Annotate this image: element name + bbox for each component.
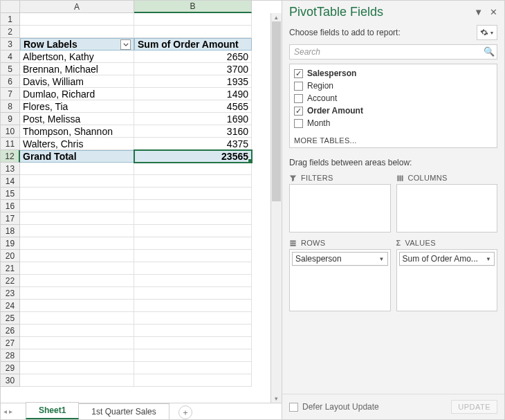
field-checkbox[interactable]	[294, 82, 303, 91]
row-header-21[interactable]: 21	[1, 262, 20, 275]
row-header-6[interactable]: 6	[1, 75, 20, 88]
cell-empty[interactable]	[134, 13, 252, 26]
grand-total-value[interactable]: 23565	[134, 150, 252, 163]
cell-empty[interactable]	[20, 250, 134, 262]
cell-empty[interactable]	[134, 325, 252, 337]
cell-empty[interactable]	[134, 250, 252, 262]
row-header-1[interactable]: 1	[1, 13, 20, 26]
row-header-18[interactable]: 18	[1, 225, 20, 237]
cell-empty[interactable]	[20, 349, 134, 362]
pivot-row-value[interactable]: 2650	[134, 51, 252, 63]
row-header-20[interactable]: 20	[1, 250, 20, 262]
row-header-30[interactable]: 30	[1, 374, 20, 387]
row-header-13[interactable]: 13	[1, 163, 20, 175]
cell-empty[interactable]	[134, 374, 252, 387]
cell-empty[interactable]	[20, 275, 134, 287]
cell-empty[interactable]	[20, 175, 134, 188]
row-header-10[interactable]: 10	[1, 125, 20, 138]
cell-empty[interactable]	[20, 13, 134, 26]
cell-empty[interactable]	[20, 225, 134, 237]
cell-empty[interactable]	[134, 225, 252, 237]
field-checkbox[interactable]	[294, 107, 303, 116]
cell-empty[interactable]	[20, 212, 134, 225]
pivot-row-labels-header[interactable]: Row Labels	[20, 38, 134, 51]
row-header-25[interactable]: 25	[1, 312, 20, 325]
cell-empty[interactable]	[20, 374, 134, 387]
cell-empty[interactable]	[20, 312, 134, 325]
cell-empty[interactable]	[20, 325, 134, 337]
pivot-row-label[interactable]: Dumlao, Richard	[20, 88, 134, 100]
row-header-12[interactable]: 12	[1, 150, 20, 163]
cell-empty[interactable]	[134, 26, 252, 38]
col-header-A[interactable]: A	[20, 1, 134, 13]
cell-empty[interactable]	[134, 175, 252, 188]
cell-empty[interactable]	[134, 287, 252, 300]
values-drop-area[interactable]: Sum of Order Amo...▼	[396, 249, 498, 311]
cell-empty[interactable]	[134, 188, 252, 200]
search-icon[interactable]: 🔍	[484, 46, 495, 57]
cell-empty[interactable]	[134, 312, 252, 325]
cell-empty[interactable]	[134, 337, 252, 349]
row-header-27[interactable]: 27	[1, 337, 20, 349]
row-header-3[interactable]: 3	[1, 38, 20, 51]
pivot-row-label[interactable]: Post, Melissa	[20, 113, 134, 125]
pane-tools-button[interactable]: ▼	[477, 25, 497, 40]
sheet-tab-q1[interactable]: 1st Quarter Sales	[78, 403, 169, 419]
cell-empty[interactable]	[134, 200, 252, 212]
cell-empty[interactable]	[20, 300, 134, 312]
value-field-pill[interactable]: Sum of Order Amo...▼	[399, 252, 495, 266]
cell-empty[interactable]	[20, 362, 134, 374]
row-field-pill[interactable]: Salesperson▼	[292, 252, 388, 266]
row-header-22[interactable]: 22	[1, 275, 20, 287]
pivot-row-value[interactable]: 4375	[134, 138, 252, 150]
pivot-row-label[interactable]: Albertson, Kathy	[20, 51, 134, 63]
row-header-8[interactable]: 8	[1, 100, 20, 113]
update-button[interactable]: UPDATE	[451, 400, 497, 414]
scroll-up-arrow[interactable]: ▴	[271, 13, 282, 21]
filters-drop-area[interactable]	[289, 184, 391, 232]
row-header-19[interactable]: 19	[1, 237, 20, 250]
field-item[interactable]: Order Amount	[294, 104, 493, 117]
row-header-5[interactable]: 5	[1, 63, 20, 75]
field-checkbox[interactable]	[294, 119, 303, 128]
defer-update-checkbox[interactable]	[289, 403, 298, 412]
row-header-24[interactable]: 24	[1, 300, 20, 312]
row-header-7[interactable]: 7	[1, 88, 20, 100]
cell-empty[interactable]	[20, 188, 134, 200]
pivot-row-value[interactable]: 3160	[134, 125, 252, 138]
pane-dropdown-icon[interactable]: ▼	[474, 7, 483, 17]
cell-empty[interactable]	[134, 163, 252, 175]
rows-drop-area[interactable]: Salesperson▼	[289, 249, 391, 311]
row-header-26[interactable]: 26	[1, 325, 20, 337]
cell-empty[interactable]	[134, 237, 252, 250]
row-header-17[interactable]: 17	[1, 212, 20, 225]
cell-empty[interactable]	[20, 337, 134, 349]
row-header-4[interactable]: 4	[1, 51, 20, 63]
columns-drop-area[interactable]	[396, 184, 498, 232]
row-header-28[interactable]: 28	[1, 349, 20, 362]
field-checkbox[interactable]	[294, 69, 303, 78]
cell-empty[interactable]	[20, 200, 134, 212]
cell-empty[interactable]	[20, 26, 134, 38]
pivot-row-value[interactable]: 1935	[134, 75, 252, 88]
col-header-B[interactable]: B	[134, 1, 252, 13]
field-search-input[interactable]	[289, 44, 497, 60]
cell-empty[interactable]	[134, 262, 252, 275]
pivot-row-label[interactable]: Walters, Chris	[20, 138, 134, 150]
row-header-15[interactable]: 15	[1, 188, 20, 200]
more-tables-link[interactable]: MORE TABLES...	[294, 136, 493, 145]
pivot-row-label[interactable]: Brennan, Michael	[20, 63, 134, 75]
pivot-value-header[interactable]: Sum of Order Amount	[134, 38, 252, 51]
row-header-14[interactable]: 14	[1, 175, 20, 188]
pivot-row-label[interactable]: Thompson, Shannon	[20, 125, 134, 138]
field-checkbox[interactable]	[294, 94, 303, 103]
row-header-9[interactable]: 9	[1, 113, 20, 125]
cell-empty[interactable]	[20, 262, 134, 275]
row-header-11[interactable]: 11	[1, 138, 20, 150]
scroll-thumb[interactable]	[272, 21, 281, 201]
filter-dropdown-button[interactable]	[120, 39, 131, 50]
grand-total-label[interactable]: Grand Total	[20, 150, 134, 163]
row-header-29[interactable]: 29	[1, 362, 20, 374]
field-item[interactable]: Salesperson	[294, 67, 493, 80]
field-item[interactable]: Account	[294, 92, 493, 104]
